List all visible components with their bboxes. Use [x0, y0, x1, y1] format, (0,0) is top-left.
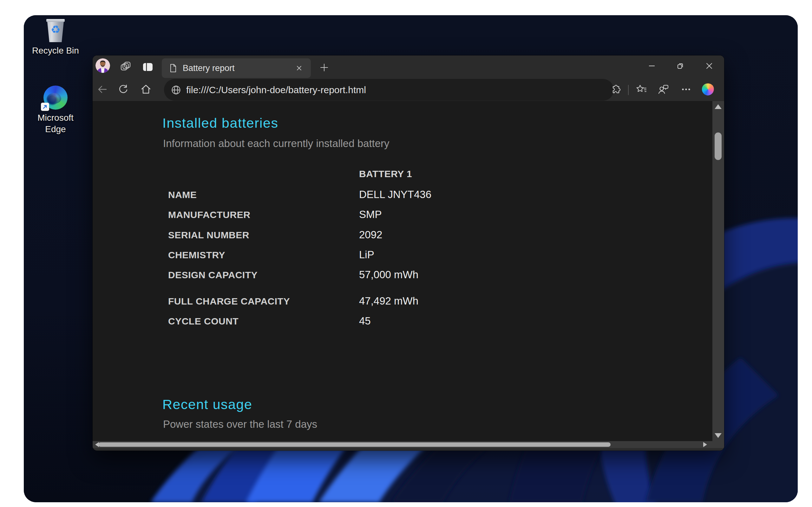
table-row: FULL CHARGE CAPACITY47,492 mWh — [168, 295, 418, 309]
globe-icon — [171, 85, 181, 95]
vertical-scrollbar-thumb[interactable] — [715, 132, 722, 160]
url-text: file:///C:/Users/john-doe/battery-report… — [186, 84, 366, 95]
document-icon — [169, 64, 177, 72]
plus-icon — [320, 63, 328, 72]
settings-more-button[interactable] — [677, 80, 695, 99]
desktop-icon-microsoft-edge[interactable]: Microsoft Edge — [30, 86, 81, 135]
copilot-icon — [701, 82, 716, 97]
new-tab-button[interactable] — [317, 60, 331, 74]
tab-battery-report[interactable]: Battery report — [162, 58, 311, 78]
row-value: 45 — [359, 315, 371, 327]
profile-avatar[interactable] — [96, 58, 110, 73]
tab-actions-button[interactable] — [142, 60, 154, 73]
row-value: 2092 — [359, 229, 382, 240]
battery-column-header: BATTERY 1 — [359, 169, 412, 179]
section-subtitle: Power states over the last 7 days — [163, 418, 317, 430]
table-row: NAMEDELL JNYT436 — [168, 188, 432, 203]
minimize-button[interactable] — [642, 59, 662, 72]
section-title-installed-batteries: Installed batteries — [162, 115, 278, 131]
scroll-down-arrow[interactable] — [715, 433, 722, 438]
back-button[interactable] — [94, 80, 110, 99]
browser-essentials-icon — [658, 83, 670, 95]
scroll-up-arrow[interactable] — [715, 104, 722, 109]
windows-desktop: ♻ Recycle Bin Microsoft Edge — [24, 15, 798, 502]
scroll-right-arrow[interactable] — [703, 442, 707, 447]
refresh-button[interactable] — [115, 80, 131, 99]
row-value: LiP — [359, 249, 374, 261]
home-button[interactable] — [138, 80, 154, 99]
screenshot-canvas: ♻ Recycle Bin Microsoft Edge — [0, 0, 812, 507]
restore-button[interactable] — [670, 59, 690, 72]
workspaces-icon — [120, 61, 131, 72]
row-label: NAME — [168, 189, 359, 200]
back-arrow-icon — [97, 84, 107, 95]
favorites-button[interactable] — [632, 80, 650, 99]
minimize-icon — [648, 62, 655, 69]
desktop-icon-recycle-bin[interactable]: ♻ Recycle Bin — [30, 19, 81, 56]
row-label: CYCLE COUNT — [168, 316, 359, 327]
refresh-icon — [118, 84, 129, 95]
more-ellipsis-icon — [681, 84, 692, 95]
browser-essentials-button[interactable] — [655, 80, 672, 99]
copilot-button[interactable] — [699, 80, 717, 99]
battery-report-page: Installed batteries Information about ea… — [93, 101, 712, 441]
desktop-icon-label: Microsoft Edge — [30, 112, 81, 135]
close-icon — [296, 65, 302, 71]
home-icon — [141, 84, 151, 95]
favorites-star-icon — [636, 83, 647, 95]
recycle-symbol: ♻ — [46, 24, 65, 35]
row-label: MANUFACTURER — [168, 210, 359, 220]
table-row: CHEMISTRYLiP — [168, 249, 374, 263]
row-value: 47,492 mWh — [359, 295, 418, 307]
restore-icon — [676, 62, 684, 70]
row-value: DELL JNYT436 — [359, 188, 432, 200]
row-label: FULL CHARGE CAPACITY — [168, 296, 359, 307]
row-label: DESIGN CAPACITY — [168, 270, 359, 280]
row-value: SMP — [359, 209, 382, 220]
table-row: SERIAL NUMBER2092 — [168, 229, 382, 243]
extensions-puzzle-icon — [610, 83, 622, 95]
workspaces-button[interactable] — [119, 60, 132, 73]
section-subtitle: Information about each currently install… — [163, 137, 390, 150]
navigation-toolbar: file:///C:/Users/john-doe/battery-report… — [93, 78, 724, 101]
extensions-button[interactable] — [607, 80, 625, 99]
address-bar[interactable]: file:///C:/Users/john-doe/battery-report… — [164, 79, 614, 101]
section-title-recent-usage: Recent usage — [162, 397, 252, 412]
row-label: SERIAL NUMBER — [168, 230, 359, 240]
row-value: 57,000 mWh — [359, 269, 418, 280]
horizontal-scrollbar-thumb[interactable] — [98, 442, 611, 447]
desktop-icon-label: Recycle Bin — [30, 45, 81, 56]
table-row: DESIGN CAPACITY57,000 mWh — [168, 269, 418, 283]
edge-browser-window: Battery report — [93, 55, 724, 451]
horizontal-scrollbar[interactable] — [93, 441, 724, 448]
toolbar-divider — [628, 85, 629, 95]
window-close-button[interactable] — [699, 59, 719, 72]
tab-close-button[interactable] — [294, 63, 304, 73]
table-row: MANUFACTURERSMP — [168, 209, 382, 222]
tab-title: Battery report — [183, 63, 235, 73]
close-icon — [706, 62, 713, 69]
shortcut-arrow-badge — [41, 103, 49, 111]
tab-strip: Battery report — [93, 55, 724, 78]
edge-logo-icon — [44, 86, 67, 110]
vertical-tabs-icon — [142, 61, 153, 72]
recycle-bin-icon: ♻ — [46, 19, 65, 43]
vertical-scrollbar[interactable] — [712, 101, 724, 441]
table-row: CYCLE COUNT45 — [168, 315, 371, 329]
row-label: CHEMISTRY — [168, 250, 359, 261]
